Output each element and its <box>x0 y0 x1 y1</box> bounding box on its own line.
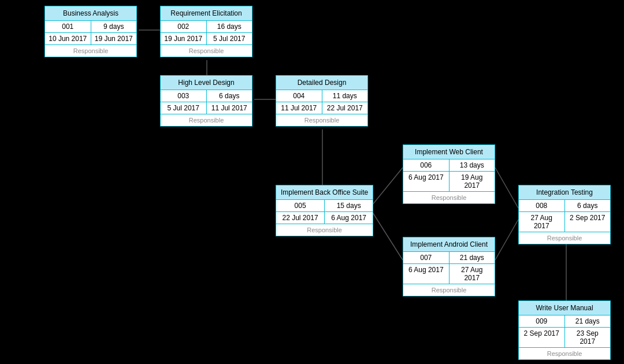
card-responsible-implement-android-client: Responsible <box>403 284 495 296</box>
card-responsible-requirement-elicitation: Responsible <box>161 45 252 57</box>
task-card-implement-android-client: Implement Android Client 007 21 days 6 A… <box>403 237 495 296</box>
svg-line-7 <box>495 220 518 260</box>
card-title-implement-back-office: Implement Back Office Suite <box>276 185 373 200</box>
card-responsible-write-user-manual: Responsible <box>519 348 610 359</box>
card-duration-implement-back-office: 15 days <box>325 200 373 211</box>
card-number-requirement-elicitation: 002 <box>161 21 207 32</box>
svg-line-4 <box>370 168 403 208</box>
card-end-implement-android-client: 27 Aug 2017 <box>450 264 495 284</box>
task-card-requirement-elicitation: Requirement Elicitation 002 16 days 19 J… <box>160 6 252 57</box>
card-number-integration-testing: 008 <box>519 200 565 211</box>
svg-line-6 <box>495 168 518 208</box>
task-card-write-user-manual: Write User Manual 009 21 days 2 Sep 2017… <box>518 300 611 360</box>
card-number-detailed-design: 004 <box>276 90 322 102</box>
card-duration-implement-android-client: 21 days <box>450 252 495 263</box>
card-duration-integration-testing: 6 days <box>565 200 611 211</box>
card-responsible-high-level-design: Responsible <box>161 114 252 126</box>
card-end-implement-web-client: 19 Aug 2017 <box>450 172 495 191</box>
card-responsible-implement-web-client: Responsible <box>403 192 495 203</box>
card-start-implement-web-client: 6 Aug 2017 <box>403 172 450 191</box>
card-end-business-analysis: 19 Jun 2017 <box>91 33 137 44</box>
card-end-implement-back-office: 6 Aug 2017 <box>325 212 373 224</box>
card-responsible-integration-testing: Responsible <box>519 232 610 244</box>
card-start-business-analysis: 10 Jun 2017 <box>45 33 91 44</box>
card-start-high-level-design: 5 Jul 2017 <box>161 102 207 114</box>
card-start-integration-testing: 27 Aug 2017 <box>519 212 565 232</box>
card-responsible-business-analysis: Responsible <box>45 45 136 57</box>
card-duration-requirement-elicitation: 16 days <box>207 21 252 32</box>
card-duration-high-level-design: 6 days <box>207 90 252 102</box>
card-number-write-user-manual: 009 <box>519 315 565 327</box>
card-duration-business-analysis: 9 days <box>91 21 137 32</box>
card-start-implement-back-office: 22 Jul 2017 <box>276 212 325 224</box>
card-title-high-level-design: High Level Design <box>161 76 252 90</box>
card-end-requirement-elicitation: 5 Jul 2017 <box>207 33 252 44</box>
card-number-implement-android-client: 007 <box>403 252 450 263</box>
card-number-implement-web-client: 006 <box>403 159 450 171</box>
card-title-integration-testing: Integration Testing <box>519 185 610 200</box>
card-start-write-user-manual: 2 Sep 2017 <box>519 328 565 347</box>
task-card-implement-back-office: Implement Back Office Suite 005 15 days … <box>276 185 373 236</box>
card-title-write-user-manual: Write User Manual <box>519 301 610 315</box>
card-responsible-implement-back-office: Responsible <box>276 224 373 236</box>
card-duration-implement-web-client: 13 days <box>450 159 495 171</box>
card-title-implement-web-client: Implement Web Client <box>403 145 495 159</box>
card-title-requirement-elicitation: Requirement Elicitation <box>161 6 252 21</box>
card-number-high-level-design: 003 <box>161 90 207 102</box>
card-duration-write-user-manual: 21 days <box>565 315 611 327</box>
task-card-business-analysis: Business Analysis 001 9 days 10 Jun 2017… <box>44 6 137 57</box>
card-duration-detailed-design: 11 days <box>322 90 368 102</box>
card-title-detailed-design: Detailed Design <box>276 76 367 90</box>
task-card-high-level-design: High Level Design 003 6 days 5 Jul 2017 … <box>160 75 252 127</box>
card-end-detailed-design: 22 Jul 2017 <box>322 102 368 114</box>
card-start-requirement-elicitation: 19 Jun 2017 <box>161 33 207 44</box>
task-card-detailed-design: Detailed Design 004 11 days 11 Jul 2017 … <box>276 75 368 127</box>
card-number-business-analysis: 001 <box>45 21 91 32</box>
card-end-high-level-design: 11 Jul 2017 <box>207 102 252 114</box>
card-start-implement-android-client: 6 Aug 2017 <box>403 264 450 284</box>
card-number-implement-back-office: 005 <box>276 200 325 211</box>
task-card-integration-testing: Integration Testing 008 6 days 27 Aug 20… <box>518 185 611 244</box>
card-title-implement-android-client: Implement Android Client <box>403 237 495 252</box>
card-responsible-detailed-design: Responsible <box>276 114 367 126</box>
card-title-business-analysis: Business Analysis <box>45 6 136 21</box>
card-start-detailed-design: 11 Jul 2017 <box>276 102 322 114</box>
card-end-write-user-manual: 23 Sep 2017 <box>565 328 611 347</box>
svg-line-5 <box>370 208 403 260</box>
card-end-integration-testing: 2 Sep 2017 <box>565 212 611 232</box>
task-card-implement-web-client: Implement Web Client 006 13 days 6 Aug 2… <box>403 144 495 204</box>
